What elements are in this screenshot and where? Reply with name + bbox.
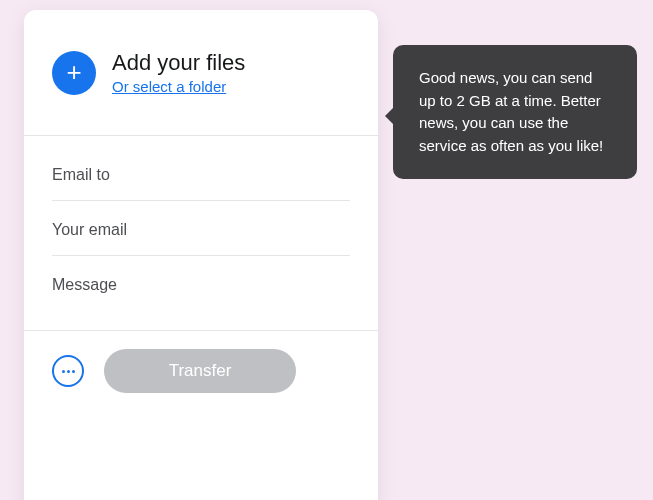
message-field[interactable] bbox=[52, 256, 350, 324]
upload-title: Add your files bbox=[112, 50, 245, 76]
tooltip-text: Good news, you can send up to 2 GB at a … bbox=[419, 69, 603, 154]
card-footer: Transfer bbox=[24, 330, 378, 413]
transfer-button[interactable]: Transfer bbox=[104, 349, 296, 393]
upload-text: Add your files Or select a folder bbox=[112, 50, 245, 95]
upload-zone[interactable]: + Add your files Or select a folder bbox=[24, 10, 378, 135]
info-tooltip: Good news, you can send up to 2 GB at a … bbox=[393, 45, 637, 179]
your-email-field[interactable] bbox=[52, 201, 350, 256]
add-files-button[interactable]: + bbox=[52, 51, 96, 95]
transfer-card: + Add your files Or select a folder Tran… bbox=[24, 10, 378, 500]
ellipsis-icon bbox=[62, 370, 75, 373]
plus-icon: + bbox=[66, 57, 81, 88]
select-folder-link[interactable]: Or select a folder bbox=[112, 78, 245, 95]
more-options-button[interactable] bbox=[52, 355, 84, 387]
email-to-field[interactable] bbox=[52, 146, 350, 201]
fields-section bbox=[24, 136, 378, 328]
